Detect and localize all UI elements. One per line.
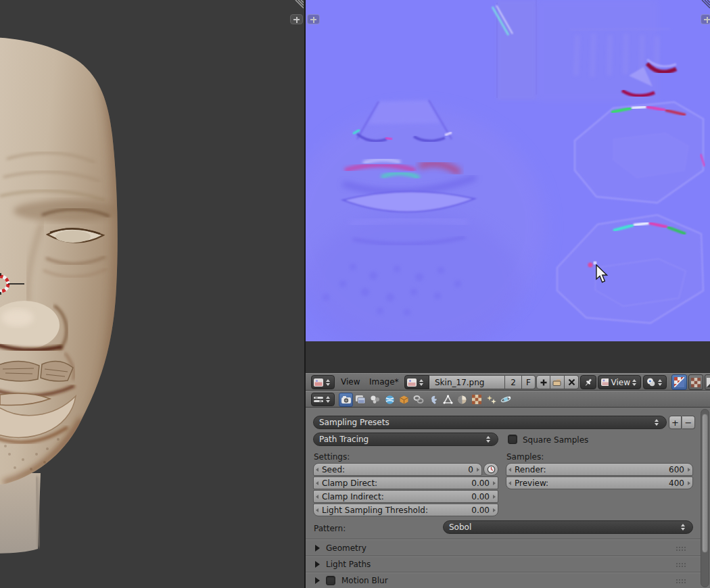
properties-editor: Sampling Presets + − Path Tracing Square… (306, 391, 710, 588)
clock-icon (487, 465, 496, 474)
fake-user-button[interactable]: F (522, 375, 536, 389)
tab-object[interactable] (397, 393, 411, 407)
panel-light-paths[interactable]: Light Paths (306, 557, 702, 572)
square-samples-checkbox[interactable] (508, 435, 517, 444)
pattern-dropdown[interactable]: Sobol (443, 520, 693, 534)
texture-checker-icon (472, 395, 481, 404)
clamp-indirect-field[interactable]: Clamp Indirect: 0.00 (313, 490, 498, 503)
properties-editor-type-icon (313, 395, 324, 403)
uv-image-editor: View Image* Skin_17.png 2 F (306, 0, 710, 391)
expand-triangle-icon (315, 577, 320, 584)
pin-icon (584, 378, 593, 387)
image-editor-corner-grip[interactable] (699, 0, 710, 11)
scrollbar-thumb[interactable] (702, 414, 708, 553)
region-corner-grip[interactable] (293, 0, 304, 11)
render-properties-panel: Sampling Presets + − Path Tracing Square… (306, 408, 710, 588)
modifiers-wrench-icon (428, 395, 438, 405)
image-datablock-browse-button[interactable] (404, 375, 429, 389)
tab-object-data[interactable] (441, 393, 455, 407)
menu-view[interactable]: View (337, 377, 364, 387)
editor-type-button[interactable] (311, 375, 335, 389)
clamp-direct-field[interactable]: Clamp Direct: 0.00 (313, 476, 498, 489)
display-z-icon (707, 378, 710, 387)
sculpted-head-model (0, 0, 305, 588)
normal-map-canvas[interactable] (306, 0, 710, 341)
pivot-sphere-button[interactable] (643, 375, 667, 389)
mode-label: View (611, 378, 630, 387)
3d-viewport[interactable] (0, 0, 305, 588)
image-editor-add-region-button[interactable] (307, 14, 320, 24)
new-image-button[interactable] (536, 375, 550, 389)
tab-particles[interactable] (484, 393, 498, 407)
tab-constraints[interactable] (412, 393, 426, 407)
motion-blur-checkbox[interactable] (326, 576, 335, 585)
settings-label: Settings: (314, 452, 350, 462)
tab-texture[interactable] (470, 393, 484, 407)
viewport-add-region-button[interactable] (290, 14, 303, 24)
mode-image-icon (600, 378, 609, 387)
tab-modifiers[interactable] (426, 393, 440, 407)
open-folder-icon (552, 378, 562, 387)
panel-motion-blur[interactable]: Motion Blur (306, 573, 702, 588)
physics-icon (500, 395, 511, 404)
image-datablock-icon (406, 378, 417, 387)
animate-seed-button[interactable] (483, 463, 498, 476)
image-editor-header: View Image* Skin_17.png 2 F (306, 373, 710, 391)
constraints-link-icon (413, 395, 424, 404)
display-alpha-icon (691, 378, 701, 387)
tab-render[interactable] (339, 393, 353, 407)
expand-triangle-icon (315, 545, 320, 552)
image-editor-add-region-button-right[interactable] (701, 14, 710, 24)
image-users-count-button[interactable]: 2 (505, 375, 522, 389)
menu-image[interactable]: Image* (365, 377, 403, 387)
scene-icon (370, 395, 381, 404)
properties-editor-type-button[interactable] (311, 393, 335, 406)
pin-button[interactable] (580, 375, 596, 389)
properties-header (306, 391, 710, 408)
unlink-x-icon (568, 378, 575, 386)
render-camera-icon (341, 395, 352, 404)
panel-drag-grip-icon[interactable] (676, 546, 686, 551)
square-samples-label: Square Samples (523, 435, 588, 445)
object-data-icon (443, 395, 453, 404)
particles-icon (486, 395, 497, 405)
samples-label: Samples: (506, 452, 544, 462)
open-image-button[interactable] (550, 375, 565, 389)
add-preset-button[interactable]: + (669, 416, 682, 429)
material-sphere-icon (457, 395, 467, 405)
panel-geometry[interactable]: Geometry (306, 541, 702, 556)
sphere-icon (646, 377, 656, 387)
new-image-plus-icon (540, 378, 548, 387)
preview-samples-field[interactable]: Preview: 400 (506, 476, 693, 489)
panel-drag-grip-icon[interactable] (676, 562, 686, 567)
object-cube-icon (399, 395, 409, 405)
tab-material[interactable] (455, 393, 469, 407)
tab-world[interactable] (383, 393, 397, 407)
light-sampling-threshold-field[interactable]: Light Sampling Threshold: 0.00 (313, 504, 498, 516)
unlink-image-button[interactable] (565, 375, 579, 389)
panel-drag-grip-icon[interactable] (676, 579, 686, 583)
display-rgba-icon (674, 377, 684, 387)
render-samples-field[interactable]: Render: 600 (506, 463, 693, 476)
sampling-presets-dropdown[interactable]: Sampling Presets (313, 416, 667, 429)
tab-render-layers[interactable] (354, 393, 368, 407)
image-mode-dropdown[interactable]: View (598, 375, 641, 389)
properties-scrollbar[interactable] (701, 409, 709, 587)
image-name-field[interactable]: Skin_17.png (429, 375, 505, 389)
image-editor-type-icon (313, 378, 324, 387)
mouse-cursor (596, 264, 611, 285)
render-layers-icon (355, 395, 366, 404)
display-z-toggle[interactable] (705, 374, 710, 390)
remove-preset-button[interactable]: − (682, 416, 695, 429)
blender-window: View Image* Skin_17.png 2 F (0, 0, 710, 588)
expand-triangle-icon (315, 561, 320, 568)
pattern-label: Pattern: (314, 524, 346, 533)
integrator-dropdown[interactable]: Path Tracing (313, 433, 498, 446)
tab-physics[interactable] (499, 393, 513, 407)
seed-field[interactable]: Seed: 0 (313, 463, 482, 476)
display-alpha-toggle[interactable] (688, 374, 703, 390)
display-rgba-toggle[interactable] (671, 374, 687, 390)
tab-scene[interactable] (368, 393, 382, 407)
world-icon (385, 395, 395, 405)
